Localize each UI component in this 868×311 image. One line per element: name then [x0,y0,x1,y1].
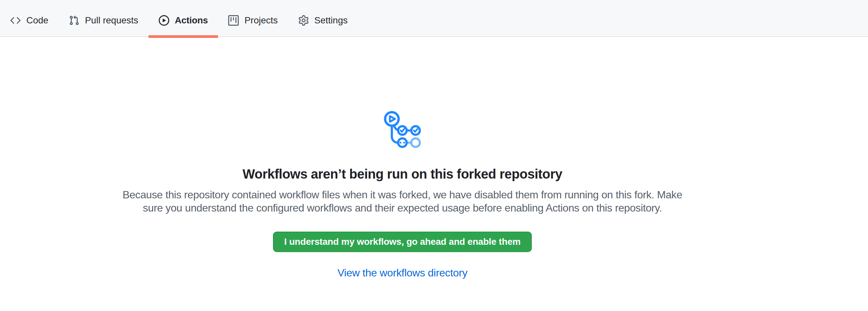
actions-disabled-page: Workflows aren’t being run on this forke… [0,37,868,278]
enable-workflows-button[interactable]: I understand my workflows, go ahead and … [273,231,532,252]
tab-code-label: Code [26,15,49,26]
gear-icon [298,15,309,26]
tab-pull-requests-label: Pull requests [85,15,138,26]
play-icon [159,15,169,26]
tab-actions[interactable]: Actions [149,0,218,36]
tab-pull-requests[interactable]: Pull requests [59,0,149,36]
git-pull-request-icon [69,15,80,26]
tab-projects[interactable]: Projects [218,0,288,36]
tab-code[interactable]: Code [0,0,59,36]
code-icon [10,15,21,26]
tab-projects-label: Projects [244,15,278,26]
description-line-1: Because this repository contained workfl… [119,188,686,201]
page-title: Workflows aren’t being run on this forke… [119,166,686,182]
repo-tab-navigation: Code Pull requests Actions Projects Sett… [0,0,868,37]
description-line-2: sure you understand the configured workf… [119,201,686,215]
blankslate: Workflows aren’t being run on this forke… [119,37,686,278]
tab-settings[interactable]: Settings [288,0,358,36]
view-workflows-directory-link[interactable]: View the workflows directory [338,267,468,279]
actions-workflow-icon [384,111,421,148]
page-description: Because this repository contained workfl… [119,188,686,215]
tab-actions-label: Actions [175,15,208,26]
project-icon [228,15,239,26]
tab-settings-label: Settings [314,15,348,26]
